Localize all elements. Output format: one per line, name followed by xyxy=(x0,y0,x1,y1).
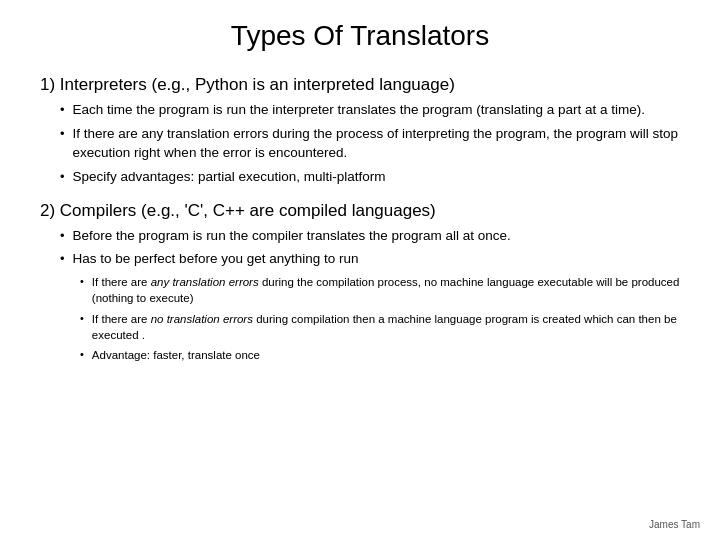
list-item: If there are no translation errors durin… xyxy=(60,311,680,343)
sub-bullet3: Advantage: faster, translate once xyxy=(92,347,260,363)
list-item: Each time the program is run the interpr… xyxy=(40,101,680,120)
list-item: If there are any translation errors duri… xyxy=(40,125,680,163)
sub-bullet1: If there are any translation errors duri… xyxy=(92,274,680,306)
bullet1-text: Each time the program is run the interpr… xyxy=(73,101,646,120)
page-title: Types Of Translators xyxy=(40,20,680,57)
list-item: If there are any translation errors duri… xyxy=(60,274,680,306)
list-item: Has to be perfect before you get anythin… xyxy=(40,250,680,269)
list-item: Advantage: faster, translate once xyxy=(60,347,680,363)
section-interpreters: 1) Interpreters (e.g., Python is an inte… xyxy=(40,75,680,187)
bullet3-text: Specify advantages: partial execution, m… xyxy=(73,168,386,187)
section2-subbullets-block: If there are any translation errors duri… xyxy=(40,274,680,362)
section2-heading: 2) Compilers (e.g., 'C', C++ are compile… xyxy=(40,201,680,221)
section2-subbullet-list: If there are any translation errors duri… xyxy=(60,274,680,362)
list-item: Specify advantages: partial execution, m… xyxy=(40,168,680,187)
s2-bullet1-text: Before the program is run the compiler t… xyxy=(73,227,511,246)
page: Types Of Translators 1) Interpreters (e.… xyxy=(0,0,720,540)
list-item: Before the program is run the compiler t… xyxy=(40,227,680,246)
watermark: James Tam xyxy=(649,519,700,530)
section2-bullet-list: Before the program is run the compiler t… xyxy=(40,227,680,270)
sub-bullet2: If there are no translation errors durin… xyxy=(92,311,680,343)
section1-bullet-list: Each time the program is run the interpr… xyxy=(40,101,680,187)
section1-heading: 1) Interpreters (e.g., Python is an inte… xyxy=(40,75,680,95)
section-compilers: 2) Compilers (e.g., 'C', C++ are compile… xyxy=(40,201,680,363)
bullet2-text: If there are any translation errors duri… xyxy=(73,125,680,163)
s2-bullet2-text: Has to be perfect before you get anythin… xyxy=(73,250,359,269)
